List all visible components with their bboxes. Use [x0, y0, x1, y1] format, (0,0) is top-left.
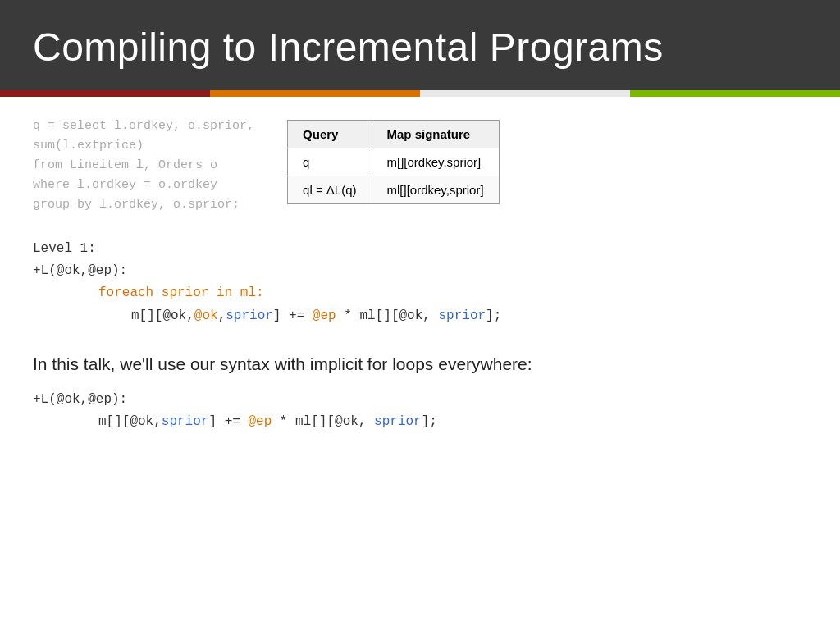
level2-section: +L(@ok,@ep): m[][@ok,sprior] += @ep * ml… [0, 382, 840, 433]
table-header-query: Query [288, 121, 372, 148]
color-bar-white [420, 90, 630, 97]
level2-body-line: m[][@ok,sprior] += @ep * ml[][@ok, sprio… [98, 411, 807, 433]
body-comma: , [218, 308, 226, 323]
foreach-keyword: foreach sprior in ml: [98, 285, 264, 300]
table-cell-map-2: ml[][ordkey,sprior] [372, 176, 499, 204]
level1-body-line: m[][@ok,@ok,sprior] += @ep * ml[][@ok, s… [131, 305, 807, 327]
table-cell-query-2: ql = ΔL(q) [288, 176, 372, 204]
color-bar-orange [210, 90, 420, 97]
sql-line-5: group by l.ordkey, o.sprior; [33, 195, 254, 215]
color-bar [0, 90, 840, 97]
color-bar-red [0, 90, 210, 97]
body2-ep: @ep [248, 414, 272, 429]
body-sprior-1: sprior [226, 308, 273, 323]
body-eq: ] += [273, 308, 313, 323]
body2-sprior-2: sprior [374, 414, 422, 429]
body-prefix: m[][@ok, [131, 308, 194, 323]
level1-section: Level 1: +L(@ok,@ep): foreach sprior in … [0, 231, 840, 327]
table-header-map: Map signature [372, 121, 499, 148]
sql-block: q = select l.ordkey, o.sprior, sum(l.ext… [33, 116, 254, 215]
sql-line-4: where l.ordkey = o.ordkey [33, 176, 254, 195]
level2-func-line: +L(@ok,@ep): [33, 389, 807, 411]
table-row: ql = ΔL(q) ml[][ordkey,sprior] [288, 176, 500, 204]
body2-eq: ] += [208, 414, 248, 429]
body2-prefix: m[][@ok, [98, 414, 162, 429]
sql-line-1: q = select l.ordkey, o.sprior, [33, 116, 254, 136]
level1-func-line: +L(@ok,@ep): [33, 260, 807, 282]
body2-star: * ml[][@ok, [272, 414, 374, 429]
table-row: q m[][ordkey,sprior] [288, 148, 500, 176]
header: Compiling to Incremental Programs [0, 0, 840, 90]
level1-label: Level 1: [33, 238, 807, 260]
body-ok-1: @ok [194, 308, 218, 323]
body2-end: ]; [422, 414, 437, 429]
table-cell-map-1: m[][ordkey,sprior] [372, 148, 499, 176]
prose-text: In this talk, we'll use our syntax with … [0, 337, 840, 382]
color-bar-green [630, 90, 840, 97]
sql-line-2: sum(l.extprice) [33, 136, 254, 156]
query-table: Query Map signature q m[][ordkey,sprior]… [287, 120, 500, 204]
body-sprior-2: sprior [439, 308, 486, 323]
page-title: Compiling to Incremental Programs [33, 25, 807, 70]
level1-foreach-line: foreach sprior in ml: [98, 282, 807, 304]
table-cell-query-1: q [288, 148, 372, 176]
body2-sprior-1: sprior [162, 414, 209, 429]
sql-line-3: from Lineitem l, Orders o [33, 156, 254, 176]
body-ep-1: @ep [313, 308, 336, 323]
content-row: q = select l.ordkey, o.sprior, sum(l.ext… [0, 97, 840, 231]
prose-content: In this talk, we'll use our syntax with … [33, 354, 532, 373]
body-star-1: * ml[][@ok, [336, 308, 439, 323]
body-end-1: ]; [486, 308, 501, 323]
